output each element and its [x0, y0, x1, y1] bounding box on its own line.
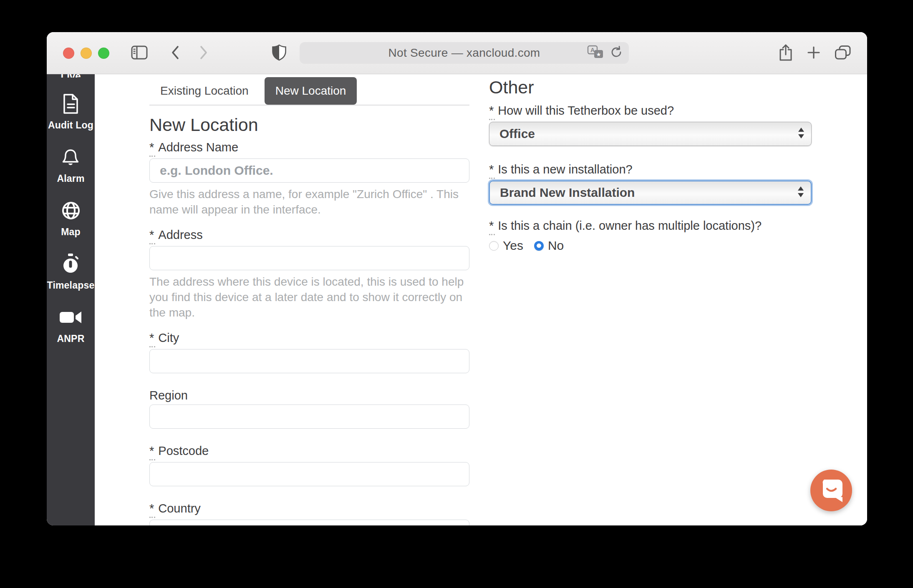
required-asterisk: * [149, 330, 155, 347]
location-column: Existing Location New Location New Locat… [149, 74, 469, 525]
page-content: Existing Location New Location New Locat… [95, 74, 867, 525]
other-column: Other *How will this Tetherbox be used? … [489, 74, 812, 253]
question-label-chain: *Is this a chain (i.e. owner has multipl… [489, 218, 812, 235]
required-asterisk: * [149, 501, 155, 518]
field-label: *Postcode [149, 443, 469, 460]
share-icon [779, 44, 793, 63]
city-input[interactable] [149, 349, 469, 373]
close-window-button[interactable] [63, 48, 74, 59]
tab-overview-icon [835, 45, 851, 61]
postcode-input[interactable] [149, 462, 469, 486]
select-stepper-icon [798, 128, 805, 140]
field-address: *Address The address where this device i… [149, 227, 469, 320]
globe-icon [61, 201, 81, 221]
required-asterisk: * [489, 218, 495, 235]
share-button[interactable] [779, 44, 793, 63]
app-sidebar: Live Audit Log Alarm [47, 74, 95, 525]
field-label: *City [149, 330, 469, 347]
svg-text:★: ★ [596, 51, 601, 58]
tab-existing-location[interactable]: Existing Location [149, 77, 260, 105]
sidebar-item-map[interactable]: Map [61, 201, 81, 238]
sidebar-item-alarm[interactable]: Alarm [57, 147, 84, 184]
minimize-window-button[interactable] [81, 48, 92, 59]
field-help-text: Give this address a name, for example "Z… [149, 186, 469, 217]
reload-icon[interactable] [610, 45, 623, 60]
chat-bubble-icon [810, 469, 852, 512]
back-button[interactable] [170, 45, 180, 61]
sidebar-item-timelapse[interactable]: Timelapse [47, 254, 95, 291]
form-heading: New Location [149, 115, 469, 135]
installation-select[interactable]: Brand New Installation [489, 181, 812, 205]
required-asterisk: * [489, 103, 495, 120]
field-address-name: *Address Name Give this address a name, … [149, 140, 469, 217]
traffic-lights [63, 48, 109, 59]
privacy-report-button[interactable] [271, 44, 287, 63]
sidebar-item-live-clipped[interactable]: Live [47, 74, 95, 78]
sidebar-item-anpr[interactable]: ANPR [57, 307, 85, 344]
address-name-input[interactable] [149, 158, 469, 183]
address-bar[interactable]: Not Secure — xancloud.com A ★ [300, 42, 629, 64]
browser-window: Not Secure — xancloud.com A ★ [47, 32, 867, 525]
shield-icon [271, 44, 287, 63]
video-camera-icon [59, 307, 82, 327]
region-input[interactable] [149, 405, 469, 429]
field-city: *City [149, 330, 469, 373]
sidebar-item-label: Timelapse [47, 280, 95, 291]
chain-radio-yes-label: Yes [503, 239, 523, 253]
field-label: *Country [149, 501, 469, 518]
country-input[interactable] [149, 520, 469, 525]
location-tabs: Existing Location New Location [149, 77, 469, 106]
chain-radio-no-label: No [548, 239, 564, 253]
other-heading: Other [489, 77, 812, 97]
new-tab-button[interactable] [807, 46, 820, 60]
field-country: *Country [149, 501, 469, 525]
sidebar-item-label: Alarm [57, 173, 84, 184]
installation-select-value: Brand New Installation [500, 186, 635, 200]
field-label: Region [149, 388, 469, 403]
bell-icon [61, 147, 81, 167]
field-help-text: The address where this device is located… [149, 274, 469, 320]
chain-radio-group: Yes No [489, 239, 812, 253]
address-input[interactable] [149, 246, 469, 270]
browser-toolbar: Not Secure — xancloud.com A ★ [47, 32, 867, 74]
usage-select-value: Office [499, 127, 535, 141]
field-label: *Address Name [149, 140, 469, 157]
zoom-window-button[interactable] [98, 48, 109, 59]
sidebar-toggle-icon [131, 45, 148, 61]
sidebar-item-label: Audit Log [48, 120, 93, 131]
question-label-usage: *How will this Tetherbox be used? [489, 103, 812, 120]
address-bar-text: Not Secure — xancloud.com [388, 46, 540, 60]
document-icon [61, 94, 80, 114]
svg-text:A: A [590, 47, 595, 53]
field-postcode: *Postcode [149, 443, 469, 486]
forward-button[interactable] [199, 45, 209, 61]
required-asterisk: * [149, 443, 155, 460]
tab-overview-button[interactable] [835, 45, 851, 61]
question-label-installation: *Is this a new installation? [489, 162, 812, 179]
sidebar-item-audit-log[interactable]: Audit Log [48, 94, 93, 131]
forward-icon [199, 45, 209, 61]
sidebar-item-label: Map [61, 226, 81, 238]
sidebar-item-label: ANPR [57, 333, 85, 344]
field-label: *Address [149, 227, 469, 244]
field-region: Region [149, 388, 469, 429]
translate-icon[interactable]: A ★ [587, 45, 604, 61]
new-tab-icon [807, 46, 820, 60]
sidebar-item-live-label: Live [61, 74, 81, 78]
required-asterisk: * [489, 162, 495, 179]
back-icon [170, 45, 180, 61]
usage-select[interactable]: Office [489, 122, 812, 146]
select-stepper-icon [797, 186, 804, 199]
sidebar-toggle-button[interactable] [131, 45, 148, 61]
chat-launcher-button[interactable] [810, 470, 852, 511]
chain-radio-yes[interactable] [489, 241, 499, 251]
required-asterisk: * [149, 140, 155, 157]
chain-radio-no[interactable] [534, 241, 544, 251]
stopwatch-icon [61, 254, 80, 274]
tab-new-location[interactable]: New Location [265, 77, 357, 105]
required-asterisk: * [149, 227, 155, 244]
